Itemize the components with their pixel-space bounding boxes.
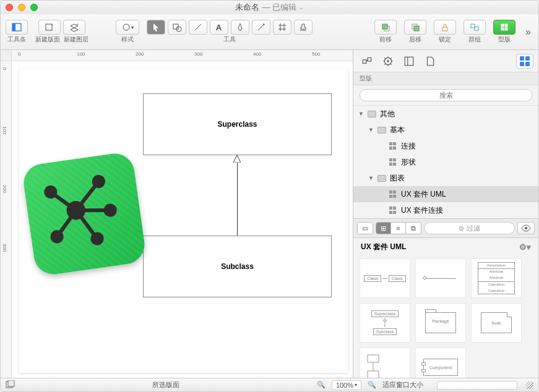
new-layer-button[interactable]: + <box>63 20 85 35</box>
stencil-search-input[interactable] <box>360 89 532 101</box>
superclass-box[interactable]: Superclass <box>143 93 332 155</box>
resize-grip[interactable] <box>526 381 533 389</box>
tree-item-ux-uml[interactable]: UX 套件 UML <box>353 186 538 202</box>
document-inspector-tab[interactable] <box>421 54 439 69</box>
svg-rect-10 <box>414 26 419 31</box>
svg-rect-42 <box>8 380 14 386</box>
window-controls <box>6 4 38 11</box>
chevron-down-icon: ⌄ <box>299 4 304 11</box>
tools-label: 工具 <box>223 35 236 44</box>
inspector-tabs <box>353 50 538 72</box>
point-tool[interactable] <box>252 20 270 35</box>
shape-class-full[interactable]: AssociationAttributeAttributeOperationOp… <box>471 258 522 298</box>
tree-item-ux-connections[interactable]: UX 套件连接 <box>353 202 538 218</box>
pen-tool[interactable] <box>231 20 249 35</box>
canvas[interactable]: Superclass Subclass <box>12 61 353 378</box>
stencil-icon <box>389 206 397 215</box>
fit-window-button[interactable]: 适应窗口大小 <box>382 380 423 390</box>
object-inspector-tab[interactable] <box>358 54 376 69</box>
grid-tool[interactable] <box>273 20 291 35</box>
svg-point-5 <box>123 24 129 30</box>
group-label: 群组 <box>468 35 481 44</box>
search-row <box>353 85 538 106</box>
svg-rect-31 <box>368 58 371 61</box>
inheritance-line[interactable] <box>237 162 238 236</box>
zoom-button[interactable] <box>30 4 38 11</box>
toggle-toolbar-button[interactable] <box>6 20 28 35</box>
new-canvas-label: 新建版面 新建图层 <box>35 35 88 44</box>
toolbar-label: 工具条 <box>7 35 26 44</box>
svg-text:+: + <box>76 22 79 27</box>
toolbar: 工具条 + + 新建版面 新建图层 ▾ 样式 A 工具 前移 后移 锁定 群组 … <box>1 14 538 50</box>
canvas-picker-icon[interactable] <box>6 380 15 390</box>
shape-inheritance[interactable]: SuperclassSubclass <box>360 303 410 343</box>
stencils-button[interactable] <box>493 20 515 35</box>
close-button[interactable] <box>6 4 13 11</box>
folder-icon <box>377 127 386 134</box>
ruler-origin[interactable] <box>1 50 12 61</box>
window-title[interactable]: 未命名 — 已编辑 ⌄ <box>235 2 304 13</box>
svg-line-21 <box>51 189 76 214</box>
stencil-header: UX 套件 UML ⚙︎▾ <box>353 238 538 256</box>
svg-rect-12 <box>442 27 447 31</box>
list-view-button[interactable]: ≡ <box>391 223 406 234</box>
visibility-toggle[interactable] <box>517 222 535 234</box>
inheritance-arrow-icon <box>233 155 241 163</box>
folder-icon <box>368 111 376 117</box>
lock-label: 锁定 <box>439 35 451 44</box>
svg-rect-1 <box>12 23 15 31</box>
svg-rect-13 <box>471 24 475 28</box>
properties-inspector-tab[interactable] <box>379 54 397 69</box>
shape-tool[interactable] <box>168 20 186 35</box>
view-mode-single[interactable]: ▭ <box>357 222 373 234</box>
svg-rect-8 <box>382 24 387 29</box>
section-header: 型版 <box>353 72 538 85</box>
tree-folder-diagrams[interactable]: ▼图表 <box>353 170 538 186</box>
overflow-icon[interactable]: » <box>523 27 533 38</box>
tree-folder-misc[interactable]: ▼其他 <box>353 106 538 122</box>
stencils-label: 型版 <box>498 35 511 44</box>
app-icon[interactable] <box>21 151 147 276</box>
text-tool[interactable]: A <box>210 20 228 35</box>
stencils-inspector-tab[interactable] <box>516 54 533 69</box>
shape-component[interactable]: Component <box>415 347 466 378</box>
svg-rect-15 <box>501 24 504 27</box>
zoom-out-icon[interactable]: 🔍 <box>317 381 326 389</box>
shape-multi[interactable] <box>360 347 410 378</box>
ruler-horizontal[interactable]: 0 100 200 300 400 500 <box>12 50 353 61</box>
lock-button[interactable] <box>434 20 456 35</box>
canvas-inspector-tab[interactable] <box>400 54 418 69</box>
zoom-level[interactable]: 100%▾ <box>332 380 361 390</box>
titlebar: 未命名 — 已编辑 ⌄ <box>1 1 538 14</box>
bring-forward-button[interactable] <box>374 20 397 35</box>
tree-folder-basic[interactable]: ▼基本 <box>353 122 538 138</box>
stencil-filter-input[interactable]: ⊜过滤 <box>424 222 515 234</box>
line-tool[interactable] <box>189 20 207 35</box>
subclass-box[interactable]: Subclass <box>143 236 332 297</box>
tree-item-shapes[interactable]: 形状 <box>353 154 538 170</box>
inspector-panel: 型版 ▼其他 ▼基本 连接 形状 ▼图表 UX 套件 UML UX 套件连接 ▭… <box>353 50 538 378</box>
detail-view-button[interactable]: ⧉ <box>406 223 421 234</box>
shape-note[interactable]: Note <box>471 303 522 343</box>
shape-package[interactable]: Package <box>415 303 466 343</box>
stamp-tool[interactable] <box>294 20 313 35</box>
group-button[interactable] <box>464 20 486 35</box>
view-mode-segment: ⊞ ≡ ⧉ <box>376 222 421 234</box>
grid-view-button[interactable]: ⊞ <box>376 223 391 234</box>
backward-label: 后移 <box>409 35 421 44</box>
shape-class[interactable]: ClassClass <box>360 258 410 298</box>
document-name: 未命名 <box>235 2 259 13</box>
svg-rect-16 <box>505 24 507 27</box>
select-tool[interactable] <box>147 20 165 35</box>
new-canvas-button[interactable]: + <box>38 20 61 35</box>
minimize-button[interactable] <box>18 4 25 11</box>
tree-item-connections[interactable]: 连接 <box>353 138 538 154</box>
ruler-vertical[interactable]: 0 100 200 300 <box>1 61 12 378</box>
gear-icon[interactable]: ⚙︎▾ <box>519 242 531 252</box>
style-button[interactable]: ▾ <box>116 20 139 35</box>
send-backward-button[interactable] <box>404 20 426 35</box>
zoom-in-icon[interactable]: 🔍 <box>368 381 376 389</box>
statusbar: 所选版面 🔍 100%▾ 🔍 适应窗口大小 <box>1 378 538 391</box>
shape-association[interactable] <box>415 258 466 298</box>
stencil-view-bar: ▭ ⊞ ≡ ⧉ ⊜过滤 <box>353 218 538 238</box>
